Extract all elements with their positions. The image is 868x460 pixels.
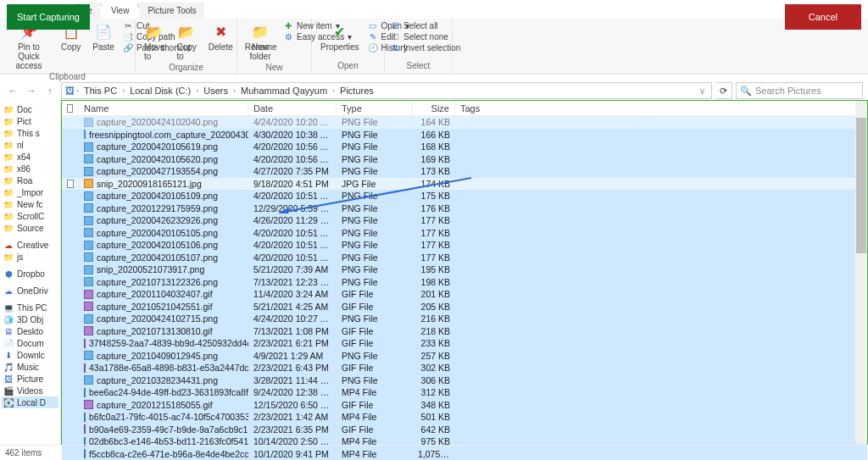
sidebar-item[interactable]: 💻This PC bbox=[2, 302, 58, 313]
folder-icon: 📁 bbox=[3, 223, 14, 233]
file-row[interactable]: capture_20201104032407.gif11/4/2020 3:24… bbox=[62, 288, 867, 301]
scroll-thumb[interactable] bbox=[856, 118, 866, 253]
file-row[interactable]: 37f48259-2aa7-4839-bb9d-4250932dd4ca.gif… bbox=[62, 337, 867, 350]
sidebar-item[interactable]: 📁_Impor bbox=[2, 186, 58, 198]
file-row[interactable]: capture_20200420105109.png4/20/2020 10:5… bbox=[62, 190, 867, 202]
file-name: 43a1788e-65a8-4898-b831-e53a2447dcdf.gif bbox=[89, 363, 248, 373]
file-row[interactable]: capture_20201215185055.gif12/15/2020 6:5… bbox=[62, 399, 867, 412]
file-row[interactable]: capture_20210713122326.png7/13/2021 12:2… bbox=[62, 276, 867, 289]
file-row[interactable]: capture_20200424102715.png4/24/2020 10:2… bbox=[62, 313, 867, 325]
sidebar-item[interactable]: 📁Pict bbox=[2, 115, 58, 127]
cancel-button[interactable]: Cancel bbox=[785, 4, 861, 30]
file-row[interactable]: capture_20210409012945.png4/9/2021 1:29 … bbox=[62, 350, 867, 363]
sidebar-item[interactable]: 🖥Deskto bbox=[2, 325, 58, 337]
file-icon bbox=[84, 191, 93, 201]
file-row[interactable]: capture_20200426232926.png4/26/2020 11:2… bbox=[62, 214, 867, 227]
file-row[interactable]: capture_20200420105105.png4/20/2020 10:5… bbox=[62, 227, 867, 240]
sidebar-item[interactable]: ☁OneDriv bbox=[2, 285, 58, 297]
file-type: JPG File bbox=[337, 179, 413, 189]
sidebar-item[interactable]: ☁Creative bbox=[2, 239, 58, 251]
header-checkbox[interactable] bbox=[62, 101, 79, 115]
sidebar-item[interactable]: 📁New fc bbox=[2, 198, 58, 210]
sidebar-item[interactable]: 📁nl bbox=[2, 139, 58, 151]
back-button[interactable]: ← bbox=[5, 83, 20, 98]
navigation-pane[interactable]: 📁Doc📁Pict📁This s📁nl📁x64📁x86📁Roa📁_Impor📁N… bbox=[0, 100, 61, 445]
sidebar-item[interactable]: 📁Doc bbox=[2, 103, 58, 115]
paste-button[interactable]: 📄Paste bbox=[89, 20, 118, 53]
file-row[interactable]: snip_20200521073917.png5/21/2020 7:39 AM… bbox=[62, 263, 867, 276]
sidebar-item[interactable]: 🎵Music bbox=[2, 361, 58, 373]
file-row[interactable]: b90a4e69-2359-49c7-b9de-9a7a6cb9c1a0.gif… bbox=[62, 424, 867, 436]
properties-button[interactable]: ✔Properties bbox=[317, 20, 363, 53]
copy-to-button[interactable]: 📂Copy to bbox=[173, 20, 199, 63]
file-row[interactable]: 43a1788e-65a8-4898-b831-e53a2447dcdf.gif… bbox=[62, 362, 867, 374]
sidebar-item[interactable]: 🎬Videos bbox=[2, 385, 58, 396]
forward-button[interactable]: → bbox=[24, 83, 39, 98]
sidebar-item[interactable]: 📁x64 bbox=[2, 151, 58, 163]
file-row[interactable]: capture_20200420105107.png4/20/2020 10:5… bbox=[62, 252, 867, 264]
header-type[interactable]: Type bbox=[337, 101, 413, 115]
file-row[interactable]: capture_20201229175959.png12/29/2020 5:5… bbox=[62, 202, 867, 215]
search-input[interactable]: 🔍 Search Pictures bbox=[736, 82, 863, 99]
sidebar-item[interactable]: 🧊3D Obj bbox=[2, 313, 58, 325]
tab-view[interactable]: View bbox=[103, 3, 138, 19]
sidebar-item[interactable]: 📁js bbox=[2, 251, 58, 263]
breadcrumb-seg[interactable]: This PC bbox=[81, 86, 120, 96]
file-row[interactable]: capture_20200420105106.png4/20/2020 10:5… bbox=[62, 239, 867, 252]
breadcrumb-seg[interactable]: Pictures bbox=[337, 86, 377, 96]
move-to-button[interactable]: 📂Move to bbox=[141, 20, 168, 63]
sidebar-item[interactable]: 📁This s bbox=[2, 127, 58, 139]
row-checkbox[interactable] bbox=[67, 180, 74, 188]
file-row[interactable]: capture_20210713130810.gif7/13/2021 1:08… bbox=[62, 325, 867, 338]
vertical-scrollbar[interactable] bbox=[855, 101, 867, 444]
file-row[interactable]: capture_20200420105619.png4/20/2020 10:5… bbox=[62, 141, 867, 153]
ribbon-tabs: re View Picture Tools bbox=[76, 0, 204, 19]
sidebar-item[interactable]: 📄Docum bbox=[2, 337, 58, 349]
file-row[interactable]: bee6ac24-94de-49ff-bd23-3631893fca8f.mp4… bbox=[62, 386, 867, 399]
file-row[interactable]: capture_20200420105620.png4/20/2020 10:5… bbox=[62, 153, 867, 166]
sidebar-item[interactable]: ⬢Dropbo bbox=[2, 268, 58, 280]
file-row[interactable]: capture_20200427193554.png4/27/2020 7:35… bbox=[62, 165, 867, 178]
file-list[interactable]: capture_20200424102040.png4/24/2020 10:2… bbox=[62, 116, 867, 460]
header-name[interactable]: Name bbox=[79, 101, 248, 115]
refresh-button[interactable]: ⟳ bbox=[715, 82, 732, 99]
sidebar-item[interactable]: ⬇Downlc bbox=[2, 349, 58, 361]
file-name: capture_20210409012945.png bbox=[97, 351, 218, 361]
sidebar-item[interactable]: 📁Source bbox=[2, 222, 58, 234]
breadcrumb-seg[interactable]: Muhammad Qayyum bbox=[237, 86, 331, 96]
up-button[interactable]: ↑ bbox=[42, 83, 58, 98]
file-row[interactable]: capture_20200424102040.png4/24/2020 10:2… bbox=[62, 116, 867, 129]
file-row[interactable]: capture_20210521042551.gif5/21/2021 4:25… bbox=[62, 301, 867, 313]
tab-picture-tools[interactable]: Picture Tools bbox=[139, 3, 204, 19]
select-all-button[interactable]: ☑Select all bbox=[390, 20, 460, 30]
breadcrumb[interactable]: 🖼 › This PC› Local Disk (C:)› Users› Muh… bbox=[61, 82, 712, 99]
select-none-button[interactable]: ☐Select none bbox=[390, 31, 460, 42]
file-type: GIF File bbox=[337, 289, 413, 299]
header-date[interactable]: Date bbox=[248, 101, 337, 115]
sidebar-item[interactable]: 📁Roa bbox=[2, 175, 58, 186]
file-row[interactable]: snip_20200918165121.jpg9/18/2020 4:51 PM… bbox=[62, 178, 867, 191]
file-size: 501 KB bbox=[413, 412, 455, 422]
file-row[interactable]: freesnippingtool.com_capture_20200430103… bbox=[62, 129, 867, 141]
start-capturing-button[interactable]: Start Capturing bbox=[7, 4, 90, 30]
new-folder-button[interactable]: 📁New folder bbox=[242, 20, 278, 63]
sidebar-item[interactable]: 📁x86 bbox=[2, 163, 58, 175]
sidebar-label: Docum bbox=[17, 339, 44, 348]
file-name: capture_20200420105106.png bbox=[97, 240, 218, 250]
file-row[interactable]: capture_20210328234431.png3/28/2021 11:4… bbox=[62, 374, 867, 387]
header-tags[interactable]: Tags bbox=[455, 101, 867, 115]
invert-selection-button[interactable]: ⇅Invert selection bbox=[390, 42, 460, 53]
file-icon bbox=[84, 142, 93, 152]
chevron-down-icon[interactable]: v bbox=[697, 86, 708, 96]
file-row[interactable]: b6fc0a21-79fc-4015-ac74-10f5c4700353.mp4… bbox=[62, 411, 867, 424]
newfolder-icon: 📁 bbox=[251, 22, 270, 41]
delete-button[interactable]: ✖Delete bbox=[205, 20, 236, 53]
file-type: GIF File bbox=[337, 363, 413, 373]
sidebar-item[interactable]: 💽Local D bbox=[2, 396, 58, 408]
sidebar-item[interactable]: 📁ScrollC bbox=[2, 210, 58, 222]
breadcrumb-seg[interactable]: Users bbox=[200, 86, 231, 96]
breadcrumb-seg[interactable]: Local Disk (C:) bbox=[126, 86, 194, 96]
file-date: 9/18/2020 4:51 PM bbox=[248, 179, 337, 189]
header-size[interactable]: Size bbox=[413, 101, 455, 115]
sidebar-item[interactable]: 🖼Picture bbox=[2, 373, 58, 385]
